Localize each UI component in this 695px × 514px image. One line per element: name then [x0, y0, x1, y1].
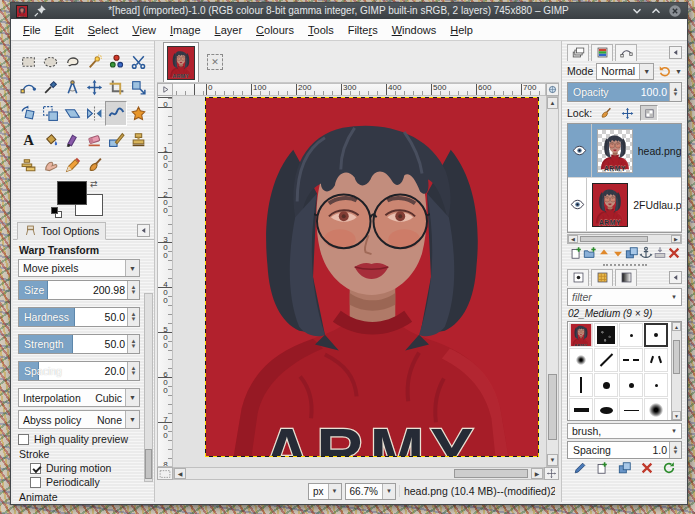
image-tab-placeholder-icon[interactable]: ✕: [207, 54, 223, 70]
brush-dashed-line[interactable]: [619, 348, 643, 372]
ellipse-select-tool[interactable]: [39, 49, 61, 74]
lock-position-button[interactable]: [618, 105, 636, 121]
scroll-down-arrow[interactable]: ▼: [672, 411, 681, 420]
scissors-select-tool[interactable]: [127, 49, 149, 74]
canvas-image[interactable]: [206, 98, 538, 456]
high-quality-preview-checkbox[interactable]: High quality preview: [18, 432, 140, 446]
menu-image[interactable]: Image: [164, 22, 207, 38]
titlebar[interactable]: *[head] (imported)-1.0 (RGB colour 8-bit…: [11, 3, 687, 19]
size-slider[interactable]: Size200.98▲▼: [18, 280, 140, 300]
scrollbar-thumb[interactable]: [580, 236, 648, 242]
navigation-button[interactable]: [544, 467, 559, 480]
menu-file[interactable]: File: [17, 22, 47, 38]
brushes-new-layer-button[interactable]: [591, 460, 613, 476]
canvas-viewport[interactable]: [173, 96, 546, 467]
brush-small-dot[interactable]: [619, 373, 643, 397]
ruler-corner-menu-button[interactable]: [157, 83, 173, 96]
paintbrush-tool[interactable]: [83, 153, 105, 178]
select-by-color-tool[interactable]: [105, 49, 127, 74]
layers-duplicate-button[interactable]: [625, 245, 639, 261]
behavior-select[interactable]: Move pixels ▼: [18, 259, 140, 277]
scroll-right-arrow[interactable]: ▶: [531, 468, 543, 479]
layers-tab[interactable]: [567, 44, 589, 61]
crop-tool[interactable]: [105, 75, 127, 100]
horizontal-ruler[interactable]: 0100200300400500600700: [173, 83, 546, 96]
brushes-edit-pencil-button[interactable]: [569, 460, 591, 476]
periodically-checkbox[interactable]: Periodically: [30, 475, 140, 489]
spinner[interactable]: ▲▼: [127, 308, 139, 326]
vertical-scrollbar[interactable]: ▲ ▼: [546, 96, 559, 467]
layers-anchor-button[interactable]: [639, 245, 653, 261]
spinner[interactable]: ▲▼: [127, 335, 139, 353]
menu-windows[interactable]: Windows: [386, 22, 443, 38]
color-area[interactable]: ⇄: [57, 181, 113, 219]
scroll-right-arrow[interactable]: ▶: [671, 235, 681, 243]
patterns-tab[interactable]: [591, 269, 613, 286]
brush-name-input[interactable]: brush, ▾: [567, 423, 682, 439]
brush-grid-scrollbar[interactable]: ▲ ▼: [671, 322, 681, 420]
brush-texture-square[interactable]: [594, 323, 618, 347]
menu-tools[interactable]: Tools: [302, 22, 340, 38]
warp-transform-tool[interactable]: [105, 101, 127, 126]
mode-select[interactable]: Normal ▼: [596, 63, 654, 80]
layers-dock-menu-button[interactable]: [669, 46, 682, 59]
tool-options-menu-button[interactable]: [137, 224, 150, 237]
gradients-tab[interactable]: [615, 269, 637, 286]
layers-new-layer-button[interactable]: [569, 245, 583, 261]
scroll-left-arrow[interactable]: ◀: [568, 235, 578, 243]
scroll-up-arrow[interactable]: ▲: [672, 322, 681, 331]
measure-tool[interactable]: [61, 75, 83, 100]
brush-soft-dot-small[interactable]: [569, 348, 593, 372]
shade-down-button[interactable]: [630, 4, 644, 18]
lock-alpha-button[interactable]: [640, 105, 658, 121]
tool-options-scrollbar[interactable]: [144, 293, 153, 482]
menu-edit[interactable]: Edit: [49, 22, 80, 38]
free-select-tool[interactable]: [61, 49, 83, 74]
flip-tool[interactable]: [83, 101, 105, 126]
brushes-duplicate-button[interactable]: [614, 460, 636, 476]
reset-mode-button[interactable]: [657, 63, 672, 79]
smudge-tool[interactable]: [39, 153, 61, 178]
layers-new-group-button[interactable]: [583, 245, 597, 261]
shade-up-button[interactable]: [649, 4, 663, 18]
brush-spacing-slider[interactable]: Spacing 1.0 ▲▼: [567, 441, 682, 459]
swap-colors-icon[interactable]: ⇄: [90, 179, 102, 191]
brush-tiny-dot[interactable]: [619, 323, 643, 347]
brush-small-ellipse[interactable]: [594, 398, 618, 421]
menu-select[interactable]: Select: [82, 22, 125, 38]
brush-thin-line[interactable]: [619, 398, 643, 421]
pin-icon[interactable]: [33, 4, 47, 18]
scrollbar-thumb[interactable]: [145, 449, 152, 479]
cage-transform-tool[interactable]: [127, 101, 149, 126]
brush-medium-dot[interactable]: [594, 373, 618, 397]
layer-list-scrollbar[interactable]: ◀ ▶: [567, 234, 682, 244]
brush-filter-input[interactable]: filter ▾: [567, 288, 682, 306]
scroll-down-arrow[interactable]: ▼: [547, 454, 558, 466]
rotate-tool[interactable]: [17, 101, 39, 126]
unified-transform-tool[interactable]: [127, 75, 149, 100]
clone-tool[interactable]: [127, 127, 149, 152]
default-colors-icon[interactable]: [51, 207, 63, 219]
image-tab[interactable]: [163, 42, 199, 82]
eraser-tool[interactable]: [83, 127, 105, 152]
brush-clipboard-image[interactable]: [569, 323, 593, 347]
layer-visibility-toggle[interactable]: [568, 124, 592, 177]
brush-tiny-dot[interactable]: [644, 373, 668, 397]
spinner[interactable]: ▲▼: [127, 362, 139, 380]
channels-tab[interactable]: [591, 44, 613, 61]
perspective-clone-tool[interactable]: [17, 153, 39, 178]
shear-tool[interactable]: [61, 101, 83, 126]
scale-tool[interactable]: [39, 101, 61, 126]
mypaint-brush-tool[interactable]: [105, 127, 127, 152]
quick-mask-toggle[interactable]: [157, 467, 173, 480]
ink-tool[interactable]: [61, 127, 83, 152]
layer-visibility-toggle[interactable]: [568, 178, 587, 231]
layer-row-2FUdlau.png[interactable]: 2FUdlau.png: [568, 178, 681, 232]
brush-diagonal-line[interactable]: [594, 348, 618, 372]
brushes-dock-menu-button[interactable]: [669, 271, 682, 284]
bucket-fill-tool[interactable]: [39, 127, 61, 152]
menu-help[interactable]: Help: [444, 22, 479, 38]
unit-select[interactable]: px ▼: [308, 483, 342, 500]
layer-row-head.png[interactable]: head.png: [568, 124, 681, 178]
layers-delete-red-button[interactable]: [667, 245, 681, 261]
